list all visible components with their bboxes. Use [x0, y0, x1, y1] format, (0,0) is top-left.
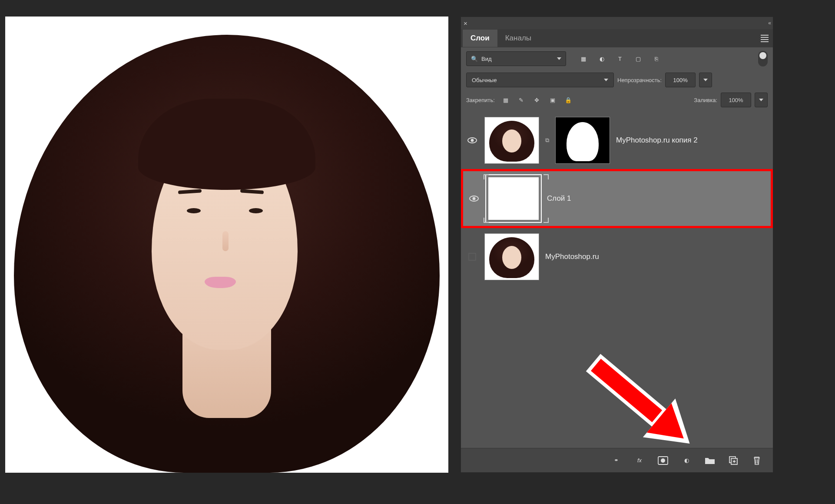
adjustment-layer-icon[interactable]: ◐ [681, 455, 692, 466]
svg-point-3 [473, 197, 476, 200]
fill-input[interactable]: 100% [721, 93, 751, 107]
blend-mode-select[interactable]: Обычные [466, 73, 614, 87]
chevron-down-icon [604, 79, 608, 81]
canvas[interactable] [5, 17, 448, 473]
layer-mask-thumbnail[interactable] [555, 117, 610, 164]
lock-label: Закрепить: [466, 97, 495, 103]
panel-footer: ⚭ fx ◐ [461, 448, 773, 472]
layer-mask-link-icon[interactable]: ⧉ [545, 137, 549, 144]
filter-toggle[interactable] [758, 51, 768, 66]
portrait-image [5, 17, 448, 473]
search-icon: 🔍 [471, 56, 478, 62]
layer-thumbnail[interactable] [484, 233, 539, 280]
opacity-label: Непрозрачность: [617, 77, 662, 83]
opacity-input[interactable]: 100% [665, 73, 696, 87]
layer-filter-select[interactable]: 🔍 Вид [466, 51, 566, 66]
layer-name[interactable]: MyPhotoshop.ru [545, 252, 599, 261]
blend-row: Обычные Непрозрачность: 100% [461, 70, 773, 90]
panel-topbar: × « [461, 17, 773, 29]
opacity-chevron[interactable] [699, 73, 712, 87]
filter-row: 🔍 Вид ▦ ◐ T ▢ ⎘ [461, 47, 773, 70]
visibility-icon[interactable] [468, 195, 480, 202]
visibility-icon[interactable] [466, 137, 478, 144]
lock-position-icon[interactable]: ✥ [532, 95, 542, 105]
svg-point-1 [471, 139, 474, 142]
layer-thumbnail[interactable] [484, 117, 539, 164]
svg-point-6 [661, 458, 665, 463]
new-group-icon[interactable] [704, 455, 716, 466]
visibility-icon[interactable] [466, 253, 478, 261]
lock-transparency-icon[interactable]: ▦ [501, 95, 510, 105]
tab-layers[interactable]: Слои [463, 30, 497, 47]
filter-label: Вид [481, 56, 492, 62]
panel-tabs: Слои Каналы [461, 29, 773, 47]
lock-all-icon[interactable]: 🔒 [563, 95, 573, 105]
layer-fx-icon[interactable]: fx [634, 455, 645, 466]
lock-pixels-icon[interactable]: ✎ [517, 95, 526, 105]
tab-channels[interactable]: Каналы [497, 30, 539, 47]
fill-label: Заливка: [694, 97, 717, 103]
lock-row: Закрепить: ▦ ✎ ✥ ▣ 🔒 Заливка: 100% [461, 90, 773, 110]
delete-layer-icon[interactable] [751, 455, 762, 466]
add-mask-icon[interactable] [657, 455, 669, 466]
filter-smart-icon[interactable]: ⎘ [651, 54, 662, 63]
svg-rect-4 [469, 253, 476, 260]
filter-pixel-icon[interactable]: ▦ [578, 54, 589, 63]
link-layers-icon[interactable]: ⚭ [610, 455, 622, 466]
layer-row[interactable]: MyPhotoshop.ru [461, 229, 773, 285]
layer-name[interactable]: Слой 1 [547, 194, 571, 203]
blend-mode-value: Обычные [472, 77, 497, 83]
layers-list: ⧉ MyPhotoshop.ru копия 2 Слой 1 MyPhotos… [461, 110, 773, 285]
fill-chevron[interactable] [755, 93, 768, 107]
filter-text-icon[interactable]: T [615, 54, 625, 63]
filter-adjust-icon[interactable]: ◐ [596, 54, 607, 63]
layers-panel: × « Слои Каналы 🔍 Вид ▦ ◐ T ▢ ⎘ Обычные … [461, 17, 773, 473]
collapse-icon[interactable]: « [768, 20, 770, 26]
new-layer-icon[interactable] [728, 455, 739, 466]
chevron-down-icon [557, 57, 561, 60]
layer-name[interactable]: MyPhotoshop.ru копия 2 [616, 136, 698, 145]
lock-artboard-icon[interactable]: ▣ [548, 95, 557, 105]
layer-row[interactable]: Слой 1 [463, 171, 771, 226]
close-icon[interactable]: × [464, 20, 467, 27]
layer-thumbnail[interactable] [486, 175, 541, 222]
panel-menu-icon[interactable] [761, 35, 769, 42]
filter-shape-icon[interactable]: ▢ [633, 54, 643, 63]
layer-row[interactable]: ⧉ MyPhotoshop.ru копия 2 [461, 113, 773, 168]
